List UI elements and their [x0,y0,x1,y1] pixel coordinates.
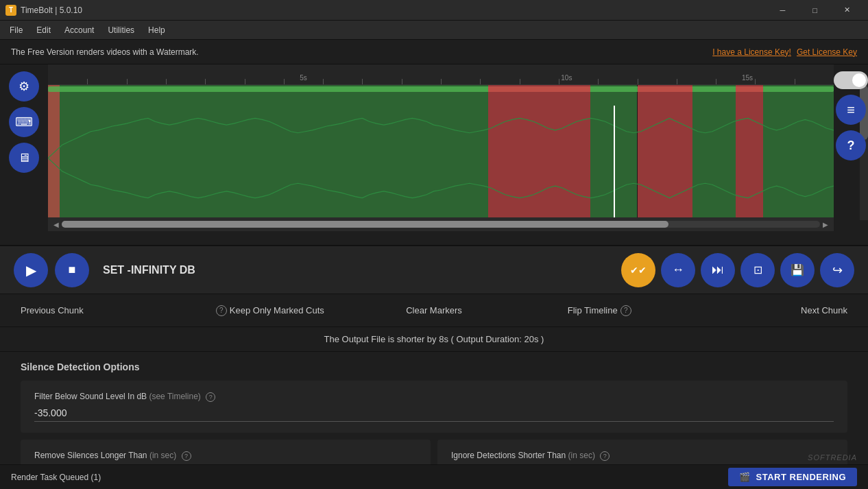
menu-utilities[interactable]: Utilities [101,23,141,38]
save-button[interactable]: 💾 [780,253,815,287]
previous-chunk-section: Previous Chunk [21,305,186,315]
menu-file[interactable]: File [3,23,29,38]
maximize-button[interactable]: □ [799,0,830,21]
menu-account[interactable]: Account [58,23,101,38]
info-bar: The Output File is shorter by 8s ( Outpu… [0,327,868,352]
window-controls: ─ □ ✕ [767,0,863,21]
film-icon: 🎬 [739,472,751,482]
footer: Render Task Queued (1) 🎬 START RENDERING [0,464,868,489]
flip-timeline-label[interactable]: Flip Timeline [568,305,618,315]
keep-marked-cuts-section: ? Keep Only Marked Cuts [186,305,351,316]
timeline-scrollbar[interactable]: ◀ ▶ [48,217,834,231]
list-button[interactable]: ≡ [836,95,866,125]
next-chunk-section: Next Chunk [682,305,847,315]
license-key-link[interactable]: I have a License Key! [712,47,791,57]
remove-silences-sub-label: (in sec) [149,451,176,460]
filter-sub-label: (see Timeline) [149,392,200,401]
set-label: SET -INFINITY DB [103,264,614,276]
menu-help[interactable]: Help [141,23,172,38]
start-rendering-button[interactable]: 🎬 START RENDERING [728,468,857,486]
title-bar: T TimeBolt | 5.0.10 ─ □ ✕ [0,0,868,21]
right-sidebar: ≡ ? [834,64,868,245]
footer-status: Render Task Queued (1) [11,473,101,482]
waveform-svg [48,85,834,231]
playhead[interactable] [614,106,615,217]
filter-level-label: Filter Below Sound Level In dB (see Time… [34,392,834,402]
remove-silences-help-icon[interactable]: ? [182,451,191,461]
play-button[interactable]: ▶ [14,253,48,287]
banner-text: The Free Version renders videos with a W… [11,47,199,57]
keyboard-button[interactable]: ⌨ [9,107,39,137]
close-button[interactable]: ✕ [832,0,863,21]
license-links: I have a License Key! Get License Key [712,47,857,57]
ignore-detections-help-icon[interactable]: ? [600,451,610,461]
clear-markers-label[interactable]: Clear Markers [406,305,462,315]
playback-controls: ▶ ■ SET -INFINITY DB ✔✔ ↔ ⏭ ⊡ 💾 ↪ [0,246,868,294]
skip-button[interactable]: ⏭ [701,253,735,287]
check-button[interactable]: ✔✔ [621,253,655,287]
export-button[interactable]: ↪ [820,253,854,287]
display-button[interactable]: 🖥 [9,143,39,173]
scroll-left-arrow[interactable]: ◀ [51,219,62,230]
time-marker-5s: 5s [300,74,307,82]
minimize-button[interactable]: ─ [767,0,798,21]
filter-help-icon[interactable]: ? [206,392,215,402]
stop-button[interactable]: ■ [55,253,89,287]
timeline-area: ⚙ ⌨ 🖥 ≡ ? 5s 10s [0,64,868,246]
left-sidebar: ⚙ ⌨ 🖥 [0,64,48,245]
app-title: TimeBolt | 5.0.10 [21,5,767,15]
settings-button[interactable]: ⚙ [9,71,39,102]
help-button[interactable]: ? [836,130,866,160]
ignore-detections-sub-label: (in sec) [568,451,595,460]
silence-detection-title: Silence Detection Options [21,361,847,372]
main-controls: Previous Chunk ? Keep Only Marked Cuts C… [0,294,868,327]
filter-value[interactable]: -35.000 [34,407,834,422]
keep-marked-cuts-label[interactable]: Keep Only Marked Cuts [230,305,324,315]
flip-timeline-help-icon[interactable]: ? [620,305,631,316]
scrollbar-track[interactable] [62,221,820,228]
next-chunk-label[interactable]: Next Chunk [801,305,847,315]
time-marker-10s: 10s [561,74,572,82]
scroll-right-arrow[interactable]: ▶ [820,219,831,230]
control-buttons: ✔✔ ↔ ⏭ ⊡ 💾 ↪ [621,253,854,287]
app-icon: T [5,5,16,16]
scrollbar-thumb-h[interactable] [62,221,668,228]
info-text: The Output File is shorter by 8s ( Outpu… [324,334,544,344]
get-license-link[interactable]: Get License Key [797,47,857,57]
menu-edit[interactable]: Edit [29,23,58,38]
softredia-mark: SOFTREDIA [808,453,857,462]
timeline-content: 5s 10s 15s [48,64,834,245]
toggle-button[interactable] [834,71,868,89]
banner: The Free Version renders videos with a W… [0,40,868,64]
flip-timeline-section: Flip Timeline ? [517,305,682,316]
filter-level-card: Filter Below Sound Level In dB (see Time… [21,381,847,433]
waveform-container[interactable]: ◀ ▶ [48,85,834,231]
clear-markers-section: Clear Markers [351,305,516,315]
previous-chunk-label[interactable]: Previous Chunk [21,305,84,315]
ignore-detections-label: Ignore Detections Shorter Than (in sec) … [451,451,834,461]
frame-button[interactable]: ⊡ [740,253,775,287]
time-marker-15s: 15s [742,74,753,82]
remove-silences-label: Remove Silences Longer Than (in sec) ? [34,451,417,461]
time-ruler: 5s 10s 15s [48,64,834,85]
keep-marked-help-icon[interactable]: ? [216,305,227,316]
menu-bar: File Edit Account Utilities Help [0,21,868,40]
left-right-button[interactable]: ↔ [661,253,695,287]
